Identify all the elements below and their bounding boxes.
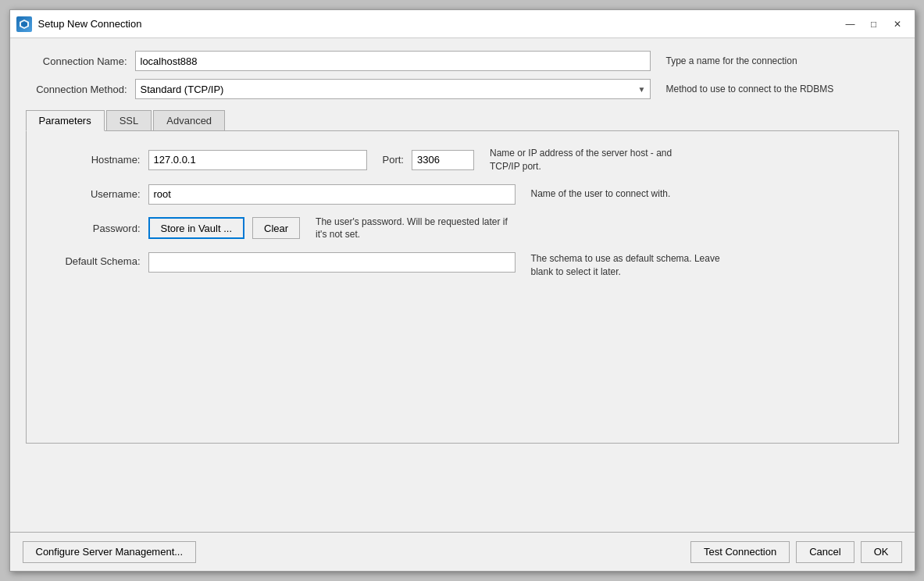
username-label: Username:: [39, 188, 141, 200]
password-hint: The user's password. Will be requested l…: [316, 216, 511, 242]
minimize-button[interactable]: —: [840, 15, 862, 34]
hostname-label: Hostname:: [39, 154, 141, 166]
hostname-row: Hostname: Port: Name or IP address of th…: [39, 147, 886, 173]
default-schema-hint: The schema to use as default schema. Lea…: [531, 252, 726, 279]
username-hint: Name of the user to connect with.: [531, 187, 671, 201]
maximize-button[interactable]: □: [863, 15, 885, 34]
connection-name-input[interactable]: [135, 51, 651, 71]
connection-method-select-wrapper: Standard (TCP/IP) Standard (TCP/IP) with…: [135, 79, 651, 99]
default-schema-row: Default Schema: The schema to use as def…: [39, 252, 886, 279]
cancel-button[interactable]: Cancel: [796, 541, 854, 563]
default-schema-label: Default Schema:: [39, 252, 141, 267]
test-connection-button[interactable]: Test Connection: [690, 541, 790, 563]
app-icon: [16, 16, 32, 32]
password-label: Password:: [39, 223, 141, 234]
connection-method-row: Connection Method: Standard (TCP/IP) Sta…: [26, 79, 899, 99]
params-grid: Hostname: Port: Name or IP address of th…: [39, 147, 886, 279]
tab-ssl[interactable]: SSL: [106, 110, 152, 130]
tab-advanced[interactable]: Advanced: [153, 110, 225, 130]
title-bar: Setup New Connection — □ ✕: [10, 10, 915, 38]
connection-name-hint: Type a name for the connection: [666, 55, 797, 68]
footer-left: Configure Server Management...: [23, 541, 691, 563]
tabs-container: Parameters SSL Advanced Hostname: Port: …: [26, 110, 899, 444]
configure-server-button[interactable]: Configure Server Management...: [23, 541, 197, 563]
username-input[interactable]: [148, 184, 516, 205]
dialog-footer: Configure Server Management... Test Conn…: [10, 532, 915, 571]
connection-method-label: Connection Method:: [26, 84, 127, 95]
password-row: Password: Store in Vault ... Clear The u…: [39, 216, 886, 242]
connection-method-hint: Method to use to connect to the RDBMS: [666, 83, 834, 96]
port-label: Port:: [383, 154, 404, 166]
port-input[interactable]: [412, 150, 474, 170]
dialog-content: Connection Name: Type a name for the con…: [10, 38, 915, 532]
title-bar-buttons: — □ ✕: [840, 15, 908, 34]
username-row: Username: Name of the user to connect wi…: [39, 184, 886, 205]
main-window: Setup New Connection — □ ✕ Connection Na…: [9, 9, 915, 572]
connection-name-row: Connection Name: Type a name for the con…: [26, 51, 899, 71]
ok-button[interactable]: OK: [861, 541, 902, 563]
footer-right: Test Connection Cancel OK: [690, 541, 902, 563]
tabs-bar: Parameters SSL Advanced: [26, 110, 899, 131]
window-title: Setup New Connection: [38, 18, 840, 30]
close-button[interactable]: ✕: [887, 15, 908, 34]
hostname-input[interactable]: [148, 150, 367, 170]
clear-password-button[interactable]: Clear: [252, 217, 300, 239]
store-in-vault-button[interactable]: Store in Vault ...: [148, 217, 245, 239]
default-schema-input[interactable]: [148, 252, 516, 273]
tab-parameters[interactable]: Parameters: [26, 110, 105, 131]
connection-name-label: Connection Name:: [26, 55, 127, 67]
tab-content-parameters: Hostname: Port: Name or IP address of th…: [26, 131, 899, 444]
connection-method-select[interactable]: Standard (TCP/IP) Standard (TCP/IP) with…: [135, 79, 651, 99]
hostname-hint: Name or IP address of the server host - …: [490, 147, 685, 173]
